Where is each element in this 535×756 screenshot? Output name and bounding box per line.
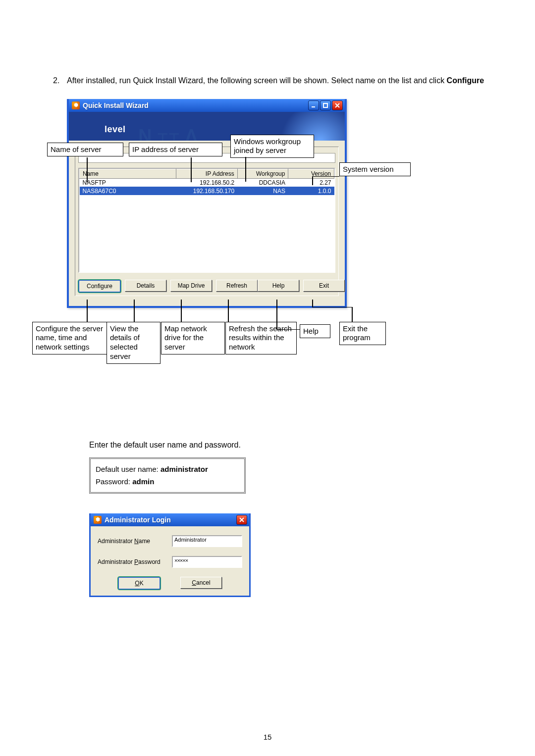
minimize-button[interactable]: [308, 101, 319, 110]
callout-workgroup: Windows workgroup joined by server: [230, 135, 314, 158]
window-title: Administrator Login: [105, 516, 171, 524]
quick-install-wizard-window: ✽ Quick Install Wizard level N ⊤⊤ Λ: [67, 99, 347, 308]
group-box: Name IP Address Workgroup Version NASFTP…: [75, 147, 339, 296]
admin-password-label: Administrator Password: [98, 558, 172, 565]
callout-details: View the details of selected server: [107, 322, 160, 364]
mapdrive-button[interactable]: Map Drive: [170, 280, 212, 292]
app-icon: ✽: [94, 516, 102, 524]
maximize-button[interactable]: [320, 101, 331, 110]
callout-ip-of-server: IP address of server: [129, 143, 222, 157]
admin-password-field[interactable]: ×××××: [172, 556, 242, 568]
callout-exit: Exit the program: [339, 322, 386, 346]
ok-button[interactable]: OK: [118, 577, 160, 590]
close-button[interactable]: [332, 101, 343, 110]
credentials-intro: Enter the default user name and password…: [89, 441, 490, 450]
callout-help: Help: [300, 324, 330, 339]
close-button[interactable]: [236, 515, 247, 525]
col-ip: IP Address: [176, 169, 237, 178]
table-row[interactable]: NAS8A67C0192.168.50.170NAS1.0.0: [80, 187, 334, 195]
page-number: 15: [0, 733, 535, 741]
annotated-figure: ✽ Quick Install Wizard level N ⊤⊤ Λ: [37, 99, 433, 376]
column-headers[interactable]: Name IP Address Workgroup Version: [80, 169, 334, 178]
svg-rect-0: [323, 103, 327, 107]
callout-name-of-server: Name of server: [47, 143, 123, 157]
callout-system-version: System version: [339, 162, 411, 177]
callout-mapdrive: Map network drive for the server: [161, 322, 225, 354]
titlebar: ✽ Quick Install Wizard: [69, 99, 345, 112]
admin-name-label: Administrator Name: [98, 538, 172, 545]
details-button[interactable]: Details: [125, 280, 166, 292]
callout-refresh: Refresh the search results within the ne…: [225, 322, 297, 354]
refresh-button[interactable]: Refresh: [216, 280, 258, 292]
cancel-button[interactable]: Cancel: [180, 577, 222, 589]
brand-logo: level: [84, 124, 126, 135]
titlebar: ✽ Administrator Login: [91, 513, 249, 526]
table-row[interactable]: NASFTP192.168.50.2DDCASIA2.27: [80, 178, 334, 187]
help-button[interactable]: Help: [258, 280, 299, 292]
admin-login-dialog: ✽ Administrator Login Administrator Name…: [89, 513, 251, 597]
step-text: 2.After installed, run Quick Install Wiz…: [45, 72, 490, 89]
exit-button[interactable]: Exit: [303, 280, 345, 292]
col-name: Name: [80, 169, 176, 178]
col-version: Version: [288, 169, 334, 178]
app-icon: ✽: [72, 101, 80, 109]
window-title: Quick Install Wizard: [83, 101, 149, 109]
callout-configure: Configure the server name, time and netw…: [32, 322, 108, 354]
credentials-box: Default user name: administrator Passwor…: [89, 457, 246, 494]
server-list[interactable]: Name IP Address Workgroup Version NASFTP…: [78, 168, 335, 273]
configure-button[interactable]: Configure: [78, 280, 121, 293]
admin-name-field[interactable]: Administrator: [172, 535, 242, 547]
